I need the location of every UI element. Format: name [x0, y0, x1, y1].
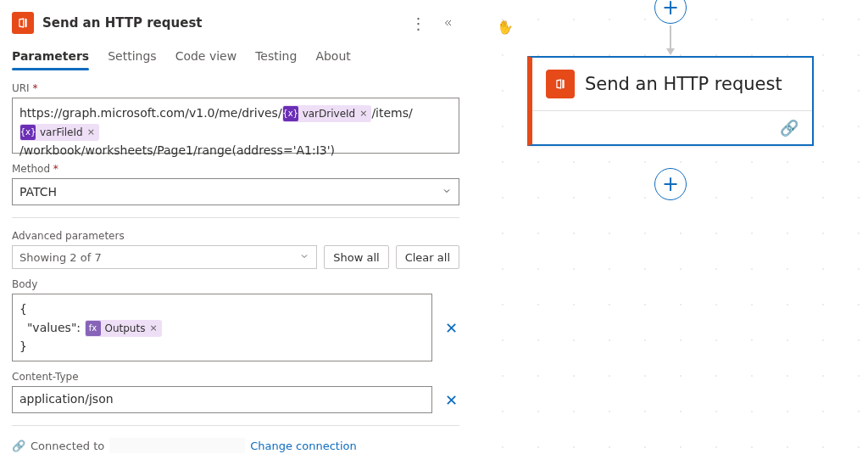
token-outputs[interactable]: fxOutputs×: [85, 320, 162, 337]
advanced-select[interactable]: Showing 2 of 7: [12, 245, 317, 269]
remove-token-icon[interactable]: ×: [86, 123, 99, 142]
tab-settings[interactable]: Settings: [108, 49, 156, 70]
clear-content-type-button[interactable]: ✕: [445, 391, 458, 409]
advanced-label: Advanced parameters: [12, 230, 459, 242]
connection-name-redacted: [109, 438, 245, 453]
uri-label: URI: [12, 82, 459, 94]
method-select[interactable]: PATCH: [12, 178, 459, 205]
chevron-down-icon: [442, 185, 452, 199]
function-icon: fx: [86, 321, 101, 336]
variable-icon: {x}: [283, 106, 298, 121]
panel-header: Send an HTTP request ⋮: [12, 12, 459, 34]
advanced-row: Showing 2 of 7 Show all Clear all: [12, 245, 459, 269]
collapse-panel-button[interactable]: [437, 12, 459, 34]
uri-input[interactable]: https://graph.microsoft.com/v1.0/me/driv…: [12, 98, 459, 154]
action-settings-panel: Send an HTTP request ⋮ Parameters Settin…: [0, 0, 473, 465]
more-options-button[interactable]: ⋮: [407, 12, 429, 34]
flow-canvas[interactable]: ✋ + Send an HTTP request 🔗 +: [473, 0, 868, 465]
panel-title: Send an HTTP request: [42, 15, 202, 31]
change-connection-link[interactable]: Change connection: [250, 440, 357, 452]
connection-footer: 🔗 Connected to Change connection: [12, 438, 459, 453]
card-title: Send an HTTP request: [585, 74, 782, 94]
tab-about[interactable]: About: [315, 49, 350, 70]
panel-tabs: Parameters Settings Code view Testing Ab…: [12, 49, 459, 70]
card-footer: 🔗: [532, 110, 812, 144]
action-card[interactable]: Send an HTTP request 🔗: [527, 56, 814, 146]
variable-icon: {x}: [20, 125, 36, 140]
token-var-file-id[interactable]: {x}varFileId×: [19, 124, 99, 141]
tab-code-view[interactable]: Code view: [175, 49, 237, 70]
show-all-button[interactable]: Show all: [324, 245, 388, 269]
method-label: Method: [12, 163, 459, 175]
remove-token-icon[interactable]: ×: [359, 104, 371, 123]
content-type-value: application/json: [19, 392, 114, 406]
uri-text-mid: /items/: [371, 106, 412, 120]
office-icon: [12, 12, 34, 34]
clear-all-button[interactable]: Clear all: [396, 245, 459, 269]
content-type-input[interactable]: application/json: [12, 386, 432, 413]
add-step-button-bottom[interactable]: +: [654, 168, 687, 200]
method-value: PATCH: [19, 185, 57, 199]
content-type-label: Content-Type: [12, 371, 459, 383]
connected-to-label: Connected to: [31, 440, 104, 452]
body-label: Body: [12, 278, 459, 290]
office-icon: [546, 70, 575, 98]
divider: [12, 217, 459, 218]
tab-parameters[interactable]: Parameters: [12, 49, 89, 70]
tab-testing[interactable]: Testing: [255, 49, 297, 70]
body-input[interactable]: { "values": fxOutputs× }: [12, 294, 432, 361]
divider: [12, 425, 459, 426]
connector-arrow-icon: [670, 25, 671, 54]
token-var-drive-id[interactable]: {x}varDriveId×: [282, 105, 372, 122]
chevron-down-icon: [299, 251, 309, 264]
clear-body-button[interactable]: ✕: [445, 319, 458, 337]
connection-icon[interactable]: 🔗: [780, 119, 798, 137]
advanced-showing: Showing 2 of 7: [19, 251, 102, 264]
uri-text-prefix: https://graph.microsoft.com/v1.0/me/driv…: [19, 106, 282, 120]
card-header: Send an HTTP request: [532, 58, 812, 110]
remove-token-icon[interactable]: ×: [148, 319, 161, 338]
grab-cursor-icon: ✋: [496, 17, 515, 36]
link-icon: 🔗: [12, 440, 25, 452]
